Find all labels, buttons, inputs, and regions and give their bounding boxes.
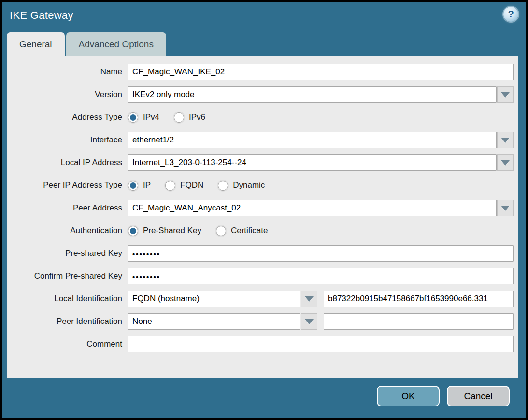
- psk-label: Pre-shared Key: [7, 249, 128, 258]
- local-ip-input[interactable]: [128, 154, 497, 171]
- radio-dynamic-label: Dynamic: [233, 181, 265, 190]
- peer-id-type-input[interactable]: [128, 313, 300, 330]
- address-type-radio-group: IPv4 IPv6: [128, 112, 514, 123]
- form-row-version: Version: [7, 86, 514, 103]
- local-id-label: Local Identification: [7, 294, 128, 304]
- radio-certificate[interactable]: [216, 226, 226, 236]
- radio-dynamic[interactable]: [218, 181, 228, 191]
- local-id-type-input[interactable]: [128, 291, 300, 307]
- peer-address-input[interactable]: [128, 200, 497, 216]
- address-type-label: Address Type: [7, 112, 128, 122]
- radio-ipv6[interactable]: [174, 112, 184, 123]
- interface-dropdown[interactable]: [128, 132, 514, 148]
- radio-pre-shared-key-label: Pre-Shared Key: [143, 226, 201, 236]
- form-row-peer-id: Peer Identification: [7, 313, 514, 330]
- authentication-radio-group: Pre-Shared Key Certificate: [128, 226, 514, 236]
- confirm-psk-input[interactable]: [128, 268, 514, 284]
- tab-advanced-options[interactable]: Advanced Options: [66, 32, 166, 56]
- radio-ipv6-label: IPv6: [189, 112, 205, 122]
- interface-input[interactable]: [128, 132, 497, 148]
- dialog-titlebar: IKE Gateway ?: [2, 2, 526, 32]
- peer-id-value-input[interactable]: [324, 313, 514, 330]
- radio-ipv4[interactable]: [128, 112, 138, 123]
- authentication-label: Authentication: [7, 226, 128, 236]
- ike-gateway-dialog: IKE Gateway ? General Advanced Options N…: [2, 2, 526, 418]
- help-icon[interactable]: ?: [503, 7, 518, 22]
- peer-address-dropdown[interactable]: [128, 200, 514, 216]
- peer-ip-type-label: Peer IP Address Type: [7, 181, 128, 190]
- general-tab-panel: Name Version Address Type IPv4 IPv6 Inte…: [7, 56, 518, 378]
- chevron-down-icon[interactable]: [497, 200, 514, 216]
- comment-input[interactable]: [128, 336, 514, 352]
- version-input[interactable]: [128, 86, 497, 103]
- confirm-psk-label: Confirm Pre-shared Key: [7, 271, 128, 281]
- dialog-footer: OK Cancel: [377, 386, 510, 406]
- radio-certificate-label: Certificate: [231, 226, 268, 236]
- cancel-button[interactable]: Cancel: [447, 386, 510, 406]
- radio-selected-dot: [130, 228, 136, 234]
- local-id-value-input[interactable]: [324, 291, 514, 307]
- radio-selected-dot: [130, 114, 136, 121]
- peer-id-label: Peer Identification: [7, 317, 128, 326]
- form-row-local-ip: Local IP Address: [7, 154, 514, 171]
- chevron-down-icon[interactable]: [301, 313, 317, 330]
- form-row-psk: Pre-shared Key: [7, 245, 514, 262]
- form-row-peer-ip-type: Peer IP Address Type IP FQDN Dynamic: [7, 177, 514, 194]
- chevron-down-icon[interactable]: [301, 291, 317, 307]
- form-row-peer-address: Peer Address: [7, 200, 514, 216]
- form-row-confirm-psk: Confirm Pre-shared Key: [7, 268, 514, 284]
- name-input[interactable]: [128, 64, 514, 80]
- form-row-interface: Interface: [7, 132, 514, 148]
- tab-general[interactable]: General: [7, 32, 65, 56]
- chevron-down-icon[interactable]: [497, 154, 514, 171]
- form-row-local-id: Local Identification: [7, 291, 514, 307]
- form-row-name: Name: [7, 64, 514, 80]
- ok-button[interactable]: OK: [377, 386, 440, 406]
- radio-fqdn[interactable]: [165, 181, 175, 191]
- form-row-address-type: Address Type IPv4 IPv6: [7, 109, 514, 126]
- radio-ipv4-label: IPv4: [143, 112, 159, 122]
- interface-label: Interface: [7, 135, 128, 145]
- radio-ip-label: IP: [143, 181, 151, 190]
- radio-ip[interactable]: [128, 181, 138, 191]
- form-row-authentication: Authentication Pre-Shared Key Certificat…: [7, 223, 514, 239]
- radio-fqdn-label: FQDN: [180, 181, 203, 190]
- radio-pre-shared-key[interactable]: [128, 226, 138, 236]
- comment-label: Comment: [7, 339, 128, 349]
- local-ip-dropdown[interactable]: [128, 154, 514, 171]
- chevron-down-icon[interactable]: [497, 86, 514, 103]
- peer-address-label: Peer Address: [7, 203, 128, 213]
- peer-ip-type-radio-group: IP FQDN Dynamic: [128, 181, 514, 191]
- radio-selected-dot: [130, 182, 136, 189]
- form-row-comment: Comment: [7, 336, 514, 352]
- name-label: Name: [7, 67, 128, 77]
- tab-bar: General Advanced Options: [7, 32, 166, 56]
- chevron-down-icon[interactable]: [497, 132, 514, 148]
- version-label: Version: [7, 90, 128, 99]
- local-id-type-dropdown[interactable]: [128, 291, 317, 307]
- dialog-title: IKE Gateway: [10, 9, 73, 22]
- local-ip-label: Local IP Address: [7, 158, 128, 168]
- peer-id-type-dropdown[interactable]: [128, 313, 317, 330]
- version-dropdown[interactable]: [128, 86, 514, 103]
- psk-input[interactable]: [128, 245, 514, 262]
